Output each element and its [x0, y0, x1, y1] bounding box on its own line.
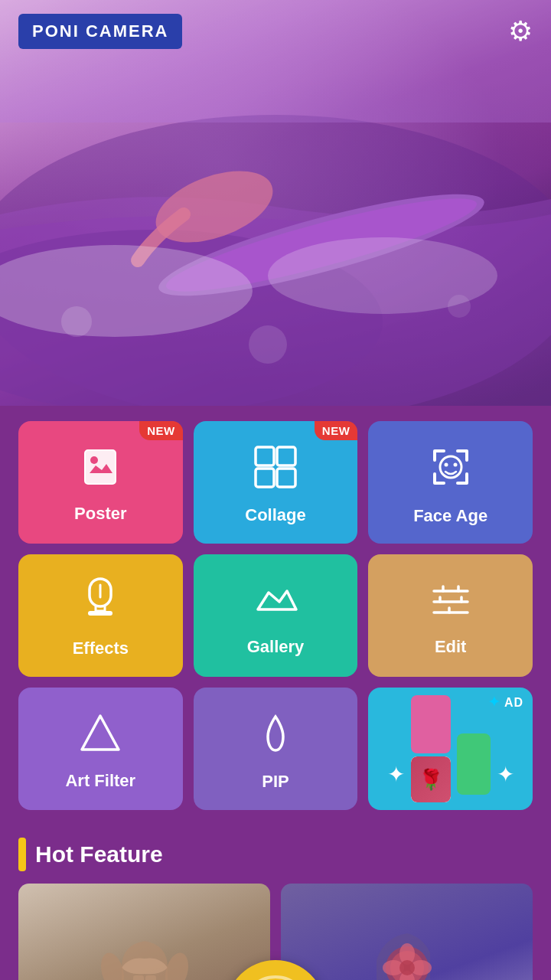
hot-dot-decoration: [18, 838, 26, 871]
grid-section: NEW Poster NEW: [0, 406, 551, 825]
pip-icon: [254, 710, 297, 763]
grid-item-effects[interactable]: Effects: [18, 554, 183, 677]
collage-icon: [253, 444, 298, 496]
grid-item-artfilter[interactable]: Art Filter: [18, 688, 183, 810]
center-camera-button[interactable]: [226, 960, 325, 980]
settings-icon[interactable]: ⚙: [508, 15, 533, 47]
new-badge-collage: NEW: [315, 421, 358, 440]
svg-point-20: [453, 463, 457, 467]
feature-grid: NEW Poster NEW: [18, 421, 533, 810]
grid-item-edit[interactable]: Edit: [368, 554, 533, 677]
svg-rect-15: [277, 447, 295, 466]
hot-feature-header: Hot Feature: [18, 838, 533, 871]
grid-item-pip[interactable]: PIP: [194, 688, 358, 810]
poster-label: Poster: [74, 504, 126, 524]
artfilter-icon: [79, 711, 122, 762]
svg-rect-14: [256, 447, 274, 466]
app-logo: PONI CAMERA: [18, 14, 182, 49]
ad-tile-content: ✦ 🌹 ✦: [374, 695, 527, 802]
pip-label: PIP: [262, 772, 289, 792]
grid-item-faceage[interactable]: Face Age: [368, 421, 533, 544]
gallery-icon: [252, 579, 299, 628]
svg-rect-16: [256, 469, 274, 487]
svg-point-13: [90, 456, 98, 464]
faceage-label: Face Age: [413, 506, 487, 526]
edit-icon: [428, 579, 474, 628]
hot-feature-title: Hot Feature: [35, 841, 163, 867]
effects-label: Effects: [73, 639, 129, 658]
collage-label: Collage: [245, 505, 305, 525]
artfilter-label: Art Filter: [65, 771, 135, 791]
svg-point-8: [448, 295, 471, 318]
feature-thumbnails: Muscle: [18, 884, 533, 980]
svg-rect-11: [85, 450, 116, 484]
svg-point-7: [61, 306, 92, 337]
grid-item-ad[interactable]: ✦ AD ✦ 🌹 ✦: [368, 688, 533, 810]
gallery-label: Gallery: [247, 637, 305, 657]
svg-rect-32: [145, 975, 156, 980]
effects-icon: [79, 577, 122, 629]
svg-rect-17: [277, 469, 295, 487]
new-badge-poster: NEW: [139, 421, 183, 440]
hot-feature-section: Hot Feature: [0, 825, 551, 980]
edit-label: Edit: [435, 637, 467, 657]
grid-item-collage[interactable]: NEW Collage: [194, 421, 358, 544]
svg-rect-22: [88, 611, 112, 616]
svg-point-45: [399, 960, 415, 975]
svg-point-19: [444, 463, 448, 467]
svg-rect-31: [133, 975, 144, 980]
grid-item-gallery[interactable]: Gallery: [194, 554, 358, 677]
svg-point-9: [249, 325, 287, 364]
grid-item-poster[interactable]: NEW Poster: [18, 421, 183, 544]
faceage-icon: [427, 443, 474, 497]
poster-icon: [79, 446, 122, 495]
header: PONI CAMERA ⚙: [0, 0, 551, 63]
